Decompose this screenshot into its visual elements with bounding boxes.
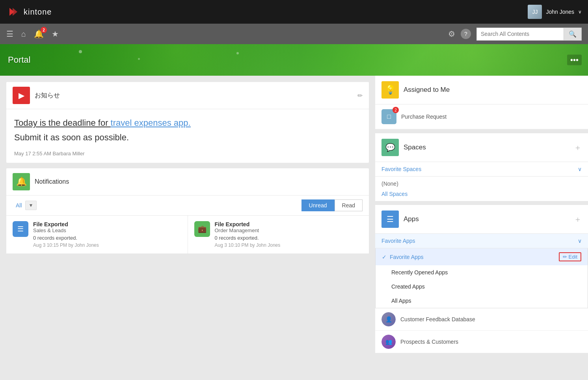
- spaces-add-button[interactable]: ＋: [574, 142, 582, 153]
- announcement-header: ▶ お知らせ ✏: [6, 82, 369, 109]
- notifications-icon[interactable]: 🔔 2: [34, 29, 44, 39]
- apps-dropdown-chevron-icon: ∨: [578, 238, 582, 244]
- app-list-item-2[interactable]: 👥 Prospects & Customers: [375, 331, 588, 353]
- announcement-subtext: Submit it as soon as possible.: [14, 132, 361, 143]
- spaces-icon-box: 💬: [381, 139, 399, 156]
- check-icon: ✓: [382, 254, 387, 260]
- purchase-request-icon: □: [387, 113, 391, 120]
- notifications-title: Notifications: [35, 178, 363, 185]
- search-box: 🔍: [476, 28, 582, 41]
- notification-icon-2: 💼: [198, 225, 207, 233]
- assigned-to-me-title: Assigned to Me: [404, 86, 582, 94]
- spaces-dropdown-label: Favorite Spaces: [381, 166, 421, 172]
- notifications-tabs: All ▼: [13, 201, 297, 210]
- spaces-header: 💬 Spaces ＋: [375, 133, 588, 162]
- spaces-content: Favorite Spaces ∨ (None) All Spaces: [375, 162, 588, 201]
- assigned-item-1[interactable]: □ 2 Purchase Request: [375, 104, 588, 129]
- dropdown-item-recently-opened[interactable]: Recently Opened Apps: [376, 265, 588, 279]
- dropdown-label-favorite-apps: Favorite Apps: [390, 254, 424, 260]
- edit-label: Edit: [569, 254, 577, 260]
- spaces-widget: 💬 Spaces ＋ Favorite Spaces ∨ (None) All …: [375, 133, 588, 201]
- apps-dropdown-bar[interactable]: Favorite Apps ∨: [375, 234, 588, 248]
- dropdown-label-recently-opened: Recently Opened Apps: [391, 269, 448, 276]
- notifications-icon-box: 🔔: [13, 173, 30, 190]
- search-button[interactable]: 🔍: [564, 28, 581, 40]
- notifications-list: ☰ File Exported Sales & Leads 0 records …: [6, 216, 369, 253]
- favorites-icon[interactable]: ★: [52, 29, 59, 39]
- announcement-link[interactable]: travel expenses app.: [111, 118, 191, 128]
- assigned-app-name-1: Purchase Request: [401, 114, 447, 120]
- dropdown-item-all-apps[interactable]: All Apps: [376, 294, 588, 308]
- notifications-header: 🔔 Notifications: [6, 168, 369, 196]
- customer-feedback-avatar: 👤: [381, 312, 396, 326]
- right-panel: 💡 Assigned to Me □ 2 Purchase Request 💬 …: [375, 76, 588, 380]
- nav-left: ☰ ⌂ 🔔 2 ★: [6, 29, 59, 39]
- notification-app-icon-1: ☰: [13, 221, 28, 237]
- notifications-tabs-bar: All ▼ Unread Read: [6, 196, 369, 216]
- spaces-dropdown-chevron-icon: ∨: [578, 166, 582, 172]
- portal-title: Portal: [8, 55, 30, 65]
- dropdown-item-created-apps[interactable]: Created Apps: [376, 279, 588, 294]
- tab-unread-button[interactable]: Unread: [301, 199, 335, 211]
- announcement-icon: ▶: [19, 91, 24, 100]
- top-header: kintone JJ John Jones ∨: [0, 0, 588, 24]
- app-icon-customer-feedback: 👤: [381, 312, 396, 326]
- notification-icon-1: ☰: [17, 225, 24, 233]
- dropdown-item-favorite-apps[interactable]: ✓ Favorite Apps ✏ Edit: [376, 248, 588, 265]
- notification-message-2: 0 records exported.: [215, 235, 281, 241]
- prospects-avatar: 👥: [381, 335, 396, 349]
- tab-read-button[interactable]: Read: [335, 199, 363, 211]
- assigned-to-me-header: 💡 Assigned to Me: [375, 76, 588, 104]
- notification-content-2: File Exported Order Management 0 records…: [215, 221, 281, 248]
- user-name-text: John Jones: [546, 9, 574, 15]
- assigned-badge-1: 2: [393, 107, 399, 113]
- notifications-card: 🔔 Notifications All ▼ Unread Read ☰: [6, 168, 369, 253]
- settings-icon[interactable]: ⚙: [448, 29, 455, 39]
- main-content: ▶ お知らせ ✏ Today is the deadline for trave…: [0, 76, 588, 380]
- tab-all-dropdown[interactable]: ▼: [25, 201, 37, 210]
- spaces-none-text: (None): [375, 177, 588, 191]
- notification-time-1: Aug 3 10:15 PM by John Jones: [33, 242, 99, 248]
- notifications-icon: 🔔: [16, 177, 27, 187]
- tab-all[interactable]: All: [13, 201, 25, 210]
- user-avatar: JJ: [528, 5, 542, 19]
- nav-right: ⚙ ? 🔍: [448, 28, 582, 41]
- portal-more-button[interactable]: •••: [567, 55, 582, 65]
- notification-title-1: File Exported: [33, 221, 99, 227]
- notification-badge: 2: [41, 27, 47, 33]
- app-name-customer-feedback: Customer Feedback Database: [400, 316, 475, 322]
- apps-title: Apps: [404, 215, 569, 223]
- nav-bar: ☰ ⌂ 🔔 2 ★ ⚙ ? 🔍: [0, 24, 588, 44]
- apps-edit-button[interactable]: ✏ Edit: [559, 252, 581, 261]
- dropdown-label-all-apps: All Apps: [391, 298, 411, 304]
- apps-widget: ☰ Apps ＋ Favorite Apps ∨ ✓ Favorite Apps…: [375, 205, 588, 353]
- apps-add-button[interactable]: ＋: [574, 214, 582, 225]
- user-chevron-icon[interactable]: ∨: [578, 9, 582, 15]
- announcement-icon-box: ▶: [13, 87, 30, 104]
- apps-dropdown-label: Favorite Apps: [381, 238, 415, 244]
- announcement-headline-text: Today is the deadline for: [14, 118, 111, 128]
- app-list-item-1[interactable]: 👤 Customer Feedback Database: [375, 308, 588, 331]
- edit-pencil-icon: ✏: [563, 254, 567, 260]
- search-input[interactable]: [477, 28, 564, 39]
- kintone-logo-icon: [6, 5, 20, 19]
- spaces-icon: 💬: [385, 143, 395, 152]
- announcement-title: お知らせ: [35, 91, 353, 100]
- notification-app-name-1: Sales & Leads: [33, 227, 99, 233]
- user-area: JJ John Jones ∨: [528, 5, 582, 19]
- spaces-all-link[interactable]: All Spaces: [375, 191, 588, 201]
- portal-header: Portal •••: [0, 44, 588, 76]
- home-icon[interactable]: ⌂: [21, 30, 26, 39]
- announcement-edit-icon[interactable]: ✏: [357, 92, 363, 99]
- apps-dropdown-menu: ✓ Favorite Apps ✏ Edit Recently Opened A…: [375, 248, 588, 308]
- spaces-dropdown-bar[interactable]: Favorite Spaces ∨: [375, 162, 588, 177]
- app-icon-prospects: 👥: [381, 335, 396, 349]
- left-panel: ▶ お知らせ ✏ Today is the deadline for trave…: [0, 76, 375, 380]
- spaces-title: Spaces: [404, 143, 569, 151]
- notification-content-1: File Exported Sales & Leads 0 records ex…: [33, 221, 99, 248]
- help-icon[interactable]: ?: [461, 29, 471, 39]
- notification-title-2: File Exported: [215, 221, 281, 227]
- apps-icon-box: ☰: [381, 210, 399, 228]
- avatar-image: JJ: [528, 5, 542, 19]
- menu-icon[interactable]: ☰: [6, 29, 13, 39]
